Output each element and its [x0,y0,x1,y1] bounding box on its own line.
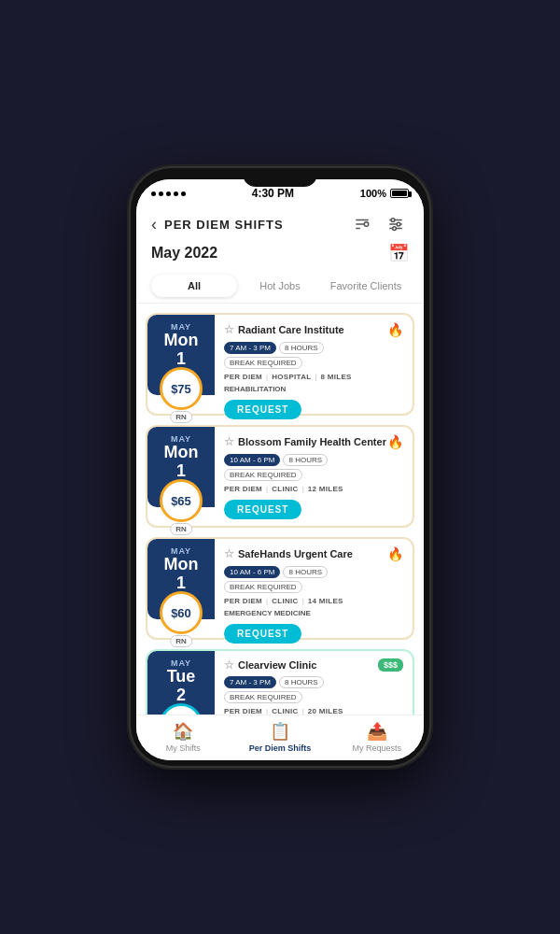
star-icon[interactable]: ☆ [224,658,234,672]
hours-tag: 8 HOURS [279,676,324,688]
role-badge: RN [170,411,192,423]
shift-day: 2 [176,686,186,705]
meta-type: PER DIEM [224,373,262,381]
meta-type: PER DIEM [224,707,262,715]
signal-dot-4 [174,191,178,196]
app-header: ‹ PER DIEM SHIFTS [136,202,424,269]
request-button[interactable]: REQUEST [224,624,301,644]
meta-type: PER DIEM [224,597,262,605]
home-icon: 🏠 [173,721,193,742]
meta-distance: 12 MILES [308,485,343,493]
shift-facility-name: Clearview Clinic [238,659,316,671]
hot-flame-icon: 🔥 [387,434,403,449]
shift-pay-circle: $60 [160,591,203,634]
notch [243,168,317,187]
month-label: May 2022 [151,245,217,262]
svg-point-8 [397,222,400,226]
shift-meta: PER DIEM | HOSPITAL | 8 MILES [224,373,403,381]
phone-screen: 4:30 PM 100% ‹ PER DIEM SHIFTS [136,179,424,760]
page-title: PER DIEM SHIFTS [164,218,349,232]
hours-tag: 8 HOURS [283,454,328,466]
tab-all[interactable]: All [151,275,237,297]
phone-shell: 4:30 PM 100% ‹ PER DIEM SHIFTS [131,168,429,766]
shift-facility-name: SafeHands Urgent Care [238,548,353,559]
shift-dayname: Mon [164,332,199,350]
header-icons [349,211,409,237]
break-tag: BREAK REQUIRED [224,469,302,481]
money-badge: $$$ [378,658,403,672]
star-icon[interactable]: ☆ [224,435,234,448]
bottom-nav: 🏠 My Shifts 📋 Per Diem Shifts 📤 My Reque… [136,715,424,760]
star-icon[interactable]: ☆ [224,323,234,336]
break-tag: BREAK REQUIRED [224,357,302,369]
sort-filter-button[interactable] [349,211,375,237]
request-button[interactable]: REQUEST [224,500,301,519]
meta-distance: 8 MILES [321,373,352,381]
shift-meta: PER DIEM | CLINIC | 14 MILES [224,597,403,605]
time-tag: 7 AM - 3 PM [224,342,276,354]
shift-details: ☆ Blossom Family Health Center 🔥 10 AM -… [215,427,413,507]
tab-hot-jobs[interactable]: Hot Jobs [237,275,323,297]
meta-type: PER DIEM [224,485,262,493]
signal-dots [151,191,186,196]
battery-percent: 100% [360,188,386,199]
tabs-row: All Hot Jobs Favorite Clients [136,269,424,304]
shift-day: 1 [176,350,186,369]
shift-day: 1 [176,574,186,593]
break-tag: BREAK REQUIRED [224,691,302,703]
star-icon[interactable]: ☆ [224,547,234,560]
shift-card: MAY Mon 1 $75 RN ☆ Radiant Care Institut… [146,313,414,416]
shift-title: ☆ Blossom Family Health Center [224,435,386,448]
meta-distance: 20 MILES [308,707,343,715]
time-tag: 10 AM - 6 PM [224,566,280,578]
hours-tag: 8 HOURS [283,566,328,578]
request-button[interactable]: REQUEST [224,400,301,419]
filter-button[interactable] [383,211,409,237]
shift-pay: $75 [171,382,191,396]
break-tag: BREAK REQUIRED [224,581,302,593]
shift-details: ☆ Clearview Clinic $$$ 7 AM - 3 PM 8 HOU… [215,651,413,715]
shift-specialty: REHABILITATION [224,385,403,393]
shift-card: MAY Tue 2 $45 RN ☆ Clearview Clinic $$$ [146,649,414,715]
shift-title: ☆ SafeHands Urgent Care [224,547,353,560]
meta-distance: 14 MILES [308,597,343,605]
shift-facility-name: Radiant Care Institute [238,324,344,335]
month-row: May 2022 📅 [151,243,409,263]
nav-label-my-shifts: My Shifts [166,743,201,753]
signal-dot-2 [159,191,163,196]
shift-details: ☆ SafeHands Urgent Care 🔥 10 AM - 6 PM 8… [215,539,413,619]
svg-point-3 [364,222,369,227]
time-tag: 7 AM - 3 PM [224,676,276,688]
shift-tags: 10 AM - 6 PM 8 HOURS BREAK REQUIRED [224,454,403,481]
shift-pay: $65 [171,494,191,508]
nav-my-shifts[interactable]: 🏠 My Shifts [155,721,211,753]
nav-per-diem-shifts[interactable]: 📋 Per Diem Shifts [249,721,312,753]
shift-card: MAY Mon 1 $65 RN ☆ Blossom Family Health… [146,425,414,528]
shift-card: MAY Mon 1 $60 RN ☆ SafeHands Urgent Care [146,537,414,640]
shift-facility-name: Blossom Family Health Center [238,436,386,447]
requests-icon: 📤 [367,721,387,742]
shift-pay: $60 [171,606,191,620]
signal-dot-1 [151,191,156,196]
tab-favorite-clients[interactable]: Favorite Clients [323,275,409,297]
nav-my-requests[interactable]: 📤 My Requests [349,721,405,753]
shift-dayname: Tue [167,668,196,686]
hours-tag: 8 HOURS [279,342,324,354]
shift-title: ☆ Clearview Clinic [224,658,316,672]
back-button[interactable]: ‹ [151,215,157,234]
shifts-list: MAY Mon 1 $75 RN ☆ Radiant Care Institut… [136,304,424,715]
meta-facility-type: CLINIC [272,485,298,493]
shift-date-block: MAY Mon 1 $65 RN [147,427,215,507]
shift-tags: 10 AM - 6 PM 8 HOURS BREAK REQUIRED [224,566,403,593]
svg-point-9 [393,227,397,231]
signal-dot-5 [181,191,186,196]
shift-day: 1 [176,462,186,481]
header-row: ‹ PER DIEM SHIFTS [151,211,409,237]
meta-facility-type: CLINIC [272,707,298,715]
shift-meta: PER DIEM | CLINIC | 20 MILES [224,707,403,715]
calendar-icon[interactable]: 📅 [388,243,409,263]
nav-label-my-requests: My Requests [352,743,401,753]
shift-date-block: MAY Mon 1 $60 RN [147,539,215,619]
calendar-nav-icon: 📋 [270,721,290,742]
hot-flame-icon: 🔥 [387,322,403,337]
